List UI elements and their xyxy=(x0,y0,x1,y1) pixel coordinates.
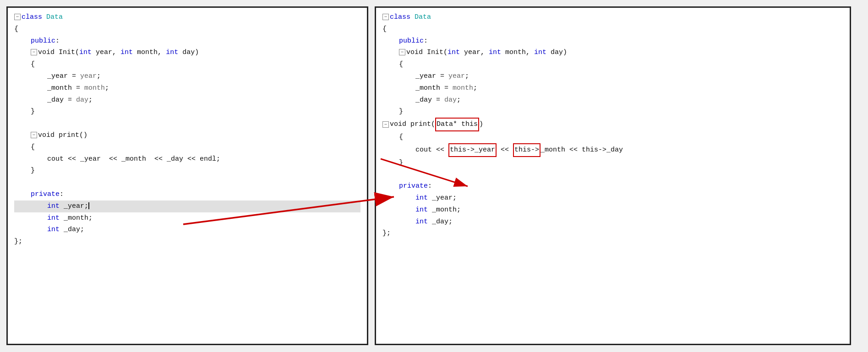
right-line-month-assign: _month = month; xyxy=(382,82,843,94)
line-month-decl: int _month; xyxy=(14,212,360,224)
right-line-init-open-brace: { xyxy=(382,59,843,70)
right-line-month-decl: int _month; xyxy=(382,204,843,216)
right-collapse-icon-print[interactable]: − xyxy=(382,121,389,128)
red-box-this-month: this-> xyxy=(513,143,540,157)
line-year-assign: _year = year; xyxy=(14,70,360,82)
right-line-blank xyxy=(382,168,843,180)
collapse-icon-print[interactable]: − xyxy=(31,132,37,138)
right-line-init-close-brace: } xyxy=(382,106,843,118)
red-box-data-this: Data* this xyxy=(435,118,479,131)
line-print-open-brace: { xyxy=(14,141,360,153)
right-line-year-assign: _year = year; xyxy=(382,70,843,82)
line-blank-1 xyxy=(14,118,360,130)
right-line-init-header: −void Init(int year, int month, int day) xyxy=(382,47,843,59)
line-open-brace-1: { xyxy=(14,23,360,35)
right-line-print-header: −void print(Data* this) xyxy=(382,118,843,131)
right-line-class-header: −class Data xyxy=(382,11,843,23)
line-init-open-brace: { xyxy=(14,59,360,70)
right-line-day-decl: int _day; xyxy=(382,216,843,228)
right-line-print-open-brace: { xyxy=(382,131,843,143)
right-collapse-icon-init[interactable]: − xyxy=(399,49,405,55)
red-box-this-year: this->_year xyxy=(448,143,497,157)
class-keyword: class xyxy=(22,13,42,21)
line-print-close-brace: } xyxy=(14,165,360,177)
right-line-class-close: }; xyxy=(382,227,843,239)
line-cout: cout << _year << _month << _day << endl; xyxy=(14,153,360,165)
right-line-public: public: xyxy=(382,35,843,47)
line-class-header: −class Data xyxy=(14,11,360,23)
right-line-open-brace-1: { xyxy=(382,23,843,35)
line-init-header: −void Init(int year, int month, int day) xyxy=(14,47,360,59)
line-month-assign: _month = month; xyxy=(14,82,360,94)
line-blank-2 xyxy=(14,177,360,189)
right-line-cout: cout << this->_year << this->_month << t… xyxy=(382,143,843,157)
right-line-day-assign: _day = day; xyxy=(382,94,843,106)
line-class-close: }; xyxy=(14,236,360,248)
right-line-print-close-brace: } xyxy=(382,157,843,169)
right-line-year-decl: int _year; xyxy=(382,192,843,204)
line-private: private: xyxy=(14,189,360,200)
left-code-panel: −class Data { public: −void Init(int yea… xyxy=(6,6,368,345)
right-collapse-icon-class[interactable]: − xyxy=(382,14,389,20)
line-year-decl: int _year; xyxy=(14,200,360,212)
line-day-assign: _day = day; xyxy=(14,94,360,106)
line-day-decl: int _day; xyxy=(14,224,360,236)
right-line-private: private: xyxy=(382,180,843,192)
right-code-panel: −class Data { public: −void Init(int yea… xyxy=(375,6,851,345)
collapse-icon-init[interactable]: − xyxy=(31,49,37,55)
collapse-icon-class[interactable]: − xyxy=(14,14,21,20)
line-print-header: −void print() xyxy=(14,130,360,141)
class-name: Data xyxy=(46,13,63,21)
line-init-close-brace: } xyxy=(14,106,360,118)
line-public: public: xyxy=(14,35,360,47)
